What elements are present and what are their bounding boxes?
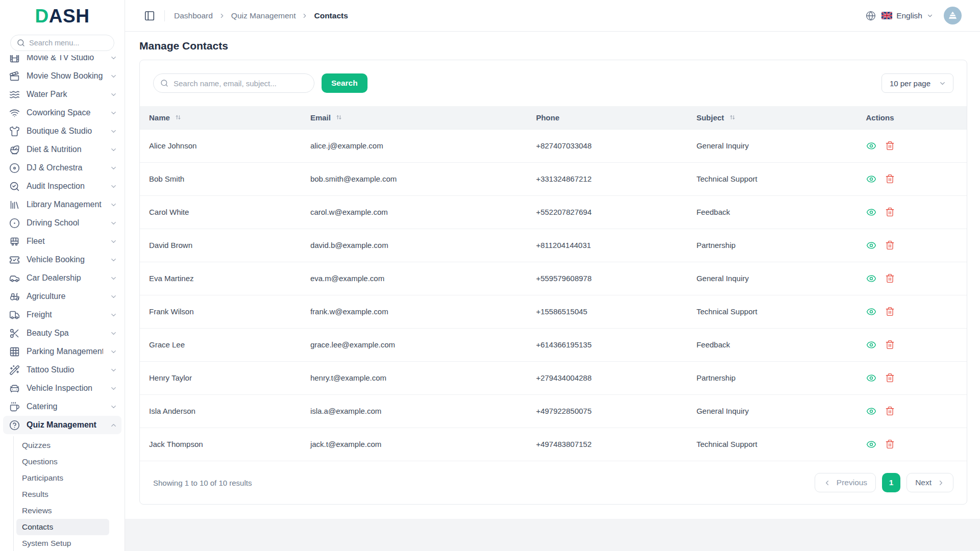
- view-button[interactable]: [866, 373, 876, 383]
- cell-name: Isla Anderson: [140, 394, 301, 428]
- search-button[interactable]: Search: [322, 73, 368, 93]
- view-button[interactable]: [866, 240, 876, 251]
- view-button[interactable]: [866, 340, 876, 350]
- sidebar-item-quiz-management[interactable]: Quiz Management: [3, 416, 121, 434]
- truck-icon: [9, 310, 20, 320]
- sidebar-subitem-label: Questions: [22, 457, 58, 466]
- previous-page-button[interactable]: Previous: [815, 473, 876, 492]
- sidebar-item-driving-school[interactable]: Driving School: [0, 214, 125, 232]
- chevron-down-icon: [110, 109, 117, 117]
- sort-icon[interactable]: [175, 114, 182, 121]
- contact-search: [153, 73, 314, 93]
- sidebar-item-movie-tv-studio[interactable]: Movie & TV Studio: [0, 55, 125, 67]
- sidebar-item-diet-nutrition[interactable]: Diet & Nutrition: [0, 140, 125, 159]
- view-button[interactable]: [866, 141, 876, 151]
- sidebar-item-label: Diet & Nutrition: [27, 145, 103, 154]
- sidebar-subitem-results[interactable]: Results: [0, 486, 125, 503]
- cell-phone: +552207827694: [527, 195, 687, 229]
- sidebar-toggle-icon[interactable]: [144, 10, 155, 21]
- delete-button[interactable]: [885, 141, 895, 151]
- breadcrumb-quiz-management[interactable]: Quiz Management: [231, 11, 296, 20]
- globe-icon[interactable]: [866, 11, 876, 21]
- avatar[interactable]: [944, 7, 962, 24]
- search-icon: [17, 39, 25, 47]
- sidebar-item-car-dealership[interactable]: Car Dealership: [0, 269, 125, 287]
- chevron-down-icon: [110, 348, 117, 356]
- table-head: NameEmailPhoneSubjectActions: [140, 106, 967, 129]
- current-page-button[interactable]: 1: [882, 473, 900, 492]
- breadcrumb-dashboard[interactable]: Dashboard: [174, 11, 213, 20]
- column-label: Phone: [536, 113, 559, 122]
- cell-actions: [857, 328, 967, 361]
- sidebar-subitem-label: System Setup: [22, 539, 71, 548]
- sidebar-item-vehicle-booking[interactable]: Vehicle Booking: [0, 251, 125, 269]
- delete-button[interactable]: [885, 340, 895, 349]
- sidebar-search-input[interactable]: [10, 35, 114, 51]
- sidebar-item-agriculture[interactable]: Agriculture: [0, 287, 125, 306]
- sidebar-item-boutique-studio[interactable]: Boutique & Studio: [0, 122, 125, 140]
- cell-email: henry.t@example.com: [301, 361, 527, 394]
- sidebar-item-catering[interactable]: Catering: [0, 397, 125, 416]
- column-header-name[interactable]: Name: [140, 106, 301, 129]
- column-header-subject[interactable]: Subject: [687, 106, 856, 129]
- cell-actions: [857, 428, 967, 461]
- sidebar-subitem-quizzes[interactable]: Quizzes: [0, 437, 125, 454]
- delete-button[interactable]: [885, 307, 895, 316]
- sidebar-subitem-questions[interactable]: Questions: [0, 454, 125, 470]
- sort-icon[interactable]: [729, 114, 736, 121]
- sidebar-item-beauty-spa[interactable]: Beauty Spa: [0, 324, 125, 342]
- sidebar-nav: Movie & TV StudioMovie Show BookingWater…: [0, 55, 125, 551]
- delete-button[interactable]: [885, 439, 895, 449]
- sidebar-item-parking-management[interactable]: Parking Management: [0, 342, 125, 361]
- content: Manage Contacts Search 10 per page: [125, 32, 980, 519]
- view-button[interactable]: [866, 174, 876, 184]
- sidebar-item-movie-show-booking[interactable]: Movie Show Booking: [0, 67, 125, 85]
- column-header-email[interactable]: Email: [301, 106, 527, 129]
- language-selector[interactable]: English: [881, 11, 934, 20]
- chevron-down-icon: [110, 183, 117, 190]
- chevron-down-icon: [110, 164, 117, 172]
- sidebar-item-tattoo-studio[interactable]: Tattoo Studio: [0, 361, 125, 379]
- contact-search-input[interactable]: [153, 73, 314, 93]
- view-button[interactable]: [866, 439, 876, 449]
- sidebar-subitem-reviews[interactable]: Reviews: [0, 503, 125, 519]
- sidebar-item-coworking-space[interactable]: Coworking Space: [0, 104, 125, 122]
- pagination: Previous 1 Next: [815, 473, 953, 492]
- sidebar-item-freight[interactable]: Freight: [0, 306, 125, 324]
- delete-button[interactable]: [885, 174, 895, 184]
- delete-button[interactable]: [885, 373, 895, 383]
- sidebar-item-label: Parking Management: [27, 347, 103, 356]
- sidebar-item-water-park[interactable]: Water Park: [0, 85, 125, 104]
- view-button[interactable]: [866, 406, 876, 416]
- sidebar-subitem-contacts[interactable]: Contacts: [16, 519, 109, 535]
- sidebar-item-audit-inspection[interactable]: Audit Inspection: [0, 177, 125, 195]
- view-button[interactable]: [866, 273, 876, 284]
- column-label: Subject: [696, 113, 724, 122]
- table-row: Jack Thompsonjack.t@example.com+49748380…: [140, 428, 967, 461]
- delete-button[interactable]: [885, 240, 895, 250]
- view-button[interactable]: [866, 207, 876, 217]
- view-button[interactable]: [866, 307, 876, 317]
- delete-button[interactable]: [885, 273, 895, 283]
- sort-icon[interactable]: [335, 114, 342, 121]
- chevron-down-icon: [110, 128, 117, 135]
- cell-subject: Partnership: [687, 361, 856, 394]
- per-page-select[interactable]: 10 per page: [881, 73, 953, 93]
- chevron-down-icon: [926, 12, 934, 19]
- sidebar-item-library-management[interactable]: Library Management: [0, 195, 125, 214]
- cell-actions: [857, 129, 967, 162]
- delete-button[interactable]: [885, 406, 895, 416]
- sidebar-item-dj-orchestra[interactable]: DJ & Orchestra: [0, 159, 125, 177]
- logo-letter-d: D: [35, 6, 49, 27]
- sidebar-subitem-participants[interactable]: Participants: [0, 470, 125, 486]
- chevron-down-icon: [110, 385, 117, 392]
- next-page-button[interactable]: Next: [906, 473, 953, 492]
- waves-icon: [9, 89, 20, 100]
- sidebar-item-vehicle-inspection[interactable]: Vehicle Inspection: [0, 379, 125, 397]
- cell-subject: Feedback: [687, 195, 856, 229]
- delete-button[interactable]: [885, 207, 895, 217]
- sidebar-item-label: Driving School: [27, 218, 103, 228]
- sidebar-subitem-system-setup[interactable]: System Setup: [0, 535, 125, 551]
- sidebar-item-fleet[interactable]: Fleet: [0, 232, 125, 251]
- cell-phone: +811204144031: [527, 229, 687, 262]
